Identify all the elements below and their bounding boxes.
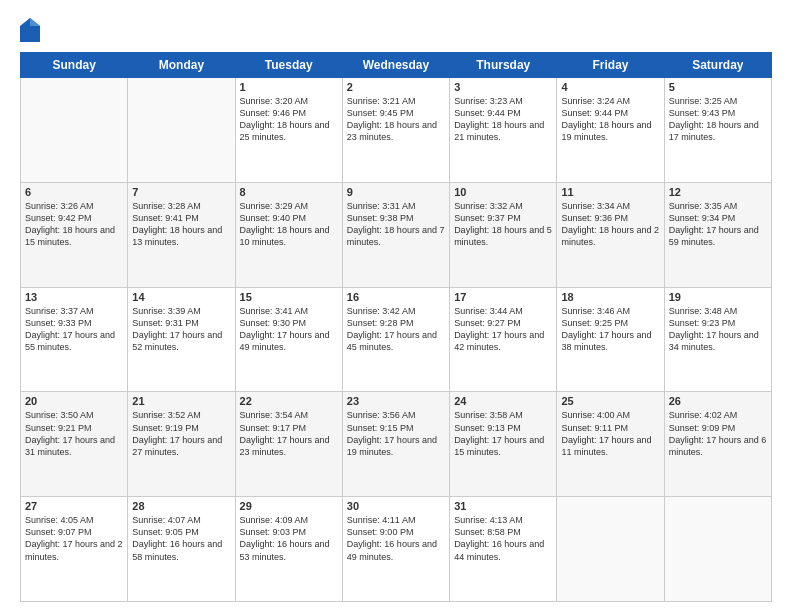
day-info: Sunrise: 3:42 AM Sunset: 9:28 PM Dayligh… — [347, 305, 445, 354]
day-number: 22 — [240, 395, 338, 407]
day-number: 15 — [240, 291, 338, 303]
day-number: 7 — [132, 186, 230, 198]
calendar-cell: 29Sunrise: 4:09 AM Sunset: 9:03 PM Dayli… — [235, 497, 342, 602]
day-number: 11 — [561, 186, 659, 198]
day-number: 30 — [347, 500, 445, 512]
day-number: 12 — [669, 186, 767, 198]
calendar-cell: 23Sunrise: 3:56 AM Sunset: 9:15 PM Dayli… — [342, 392, 449, 497]
day-number: 31 — [454, 500, 552, 512]
calendar-cell: 25Sunrise: 4:00 AM Sunset: 9:11 PM Dayli… — [557, 392, 664, 497]
calendar-cell: 6Sunrise: 3:26 AM Sunset: 9:42 PM Daylig… — [21, 182, 128, 287]
day-info: Sunrise: 3:23 AM Sunset: 9:44 PM Dayligh… — [454, 95, 552, 144]
day-info: Sunrise: 3:56 AM Sunset: 9:15 PM Dayligh… — [347, 409, 445, 458]
day-number: 10 — [454, 186, 552, 198]
calendar-cell: 26Sunrise: 4:02 AM Sunset: 9:09 PM Dayli… — [664, 392, 771, 497]
day-header-wednesday: Wednesday — [342, 53, 449, 78]
day-number: 9 — [347, 186, 445, 198]
day-number: 13 — [25, 291, 123, 303]
day-info: Sunrise: 4:05 AM Sunset: 9:07 PM Dayligh… — [25, 514, 123, 563]
calendar-cell — [664, 497, 771, 602]
day-info: Sunrise: 3:21 AM Sunset: 9:45 PM Dayligh… — [347, 95, 445, 144]
day-info: Sunrise: 3:41 AM Sunset: 9:30 PM Dayligh… — [240, 305, 338, 354]
day-number: 21 — [132, 395, 230, 407]
logo — [20, 18, 44, 42]
svg-marker-1 — [30, 18, 40, 26]
day-number: 6 — [25, 186, 123, 198]
calendar-cell: 3Sunrise: 3:23 AM Sunset: 9:44 PM Daylig… — [450, 78, 557, 183]
day-info: Sunrise: 3:50 AM Sunset: 9:21 PM Dayligh… — [25, 409, 123, 458]
calendar-cell: 28Sunrise: 4:07 AM Sunset: 9:05 PM Dayli… — [128, 497, 235, 602]
day-info: Sunrise: 3:24 AM Sunset: 9:44 PM Dayligh… — [561, 95, 659, 144]
calendar-cell: 16Sunrise: 3:42 AM Sunset: 9:28 PM Dayli… — [342, 287, 449, 392]
calendar-cell: 27Sunrise: 4:05 AM Sunset: 9:07 PM Dayli… — [21, 497, 128, 602]
calendar-cell: 22Sunrise: 3:54 AM Sunset: 9:17 PM Dayli… — [235, 392, 342, 497]
calendar-cell: 7Sunrise: 3:28 AM Sunset: 9:41 PM Daylig… — [128, 182, 235, 287]
calendar-cell: 17Sunrise: 3:44 AM Sunset: 9:27 PM Dayli… — [450, 287, 557, 392]
calendar-cell — [557, 497, 664, 602]
page: SundayMondayTuesdayWednesdayThursdayFrid… — [0, 0, 792, 612]
calendar-header-row: SundayMondayTuesdayWednesdayThursdayFrid… — [21, 53, 772, 78]
day-info: Sunrise: 3:35 AM Sunset: 9:34 PM Dayligh… — [669, 200, 767, 249]
logo-icon — [20, 18, 40, 42]
calendar-week-row: 20Sunrise: 3:50 AM Sunset: 9:21 PM Dayli… — [21, 392, 772, 497]
day-info: Sunrise: 4:02 AM Sunset: 9:09 PM Dayligh… — [669, 409, 767, 458]
day-number: 25 — [561, 395, 659, 407]
day-number: 5 — [669, 81, 767, 93]
day-number: 16 — [347, 291, 445, 303]
calendar-cell: 13Sunrise: 3:37 AM Sunset: 9:33 PM Dayli… — [21, 287, 128, 392]
day-number: 26 — [669, 395, 767, 407]
day-number: 3 — [454, 81, 552, 93]
calendar-cell: 21Sunrise: 3:52 AM Sunset: 9:19 PM Dayli… — [128, 392, 235, 497]
day-info: Sunrise: 3:44 AM Sunset: 9:27 PM Dayligh… — [454, 305, 552, 354]
calendar-cell — [21, 78, 128, 183]
calendar-cell: 30Sunrise: 4:11 AM Sunset: 9:00 PM Dayli… — [342, 497, 449, 602]
day-number: 17 — [454, 291, 552, 303]
day-header-saturday: Saturday — [664, 53, 771, 78]
calendar-cell: 15Sunrise: 3:41 AM Sunset: 9:30 PM Dayli… — [235, 287, 342, 392]
calendar-cell — [128, 78, 235, 183]
day-info: Sunrise: 3:28 AM Sunset: 9:41 PM Dayligh… — [132, 200, 230, 249]
calendar-week-row: 6Sunrise: 3:26 AM Sunset: 9:42 PM Daylig… — [21, 182, 772, 287]
calendar-cell: 4Sunrise: 3:24 AM Sunset: 9:44 PM Daylig… — [557, 78, 664, 183]
day-info: Sunrise: 3:26 AM Sunset: 9:42 PM Dayligh… — [25, 200, 123, 249]
day-info: Sunrise: 3:31 AM Sunset: 9:38 PM Dayligh… — [347, 200, 445, 249]
day-number: 29 — [240, 500, 338, 512]
day-info: Sunrise: 3:29 AM Sunset: 9:40 PM Dayligh… — [240, 200, 338, 249]
day-info: Sunrise: 3:25 AM Sunset: 9:43 PM Dayligh… — [669, 95, 767, 144]
calendar-week-row: 27Sunrise: 4:05 AM Sunset: 9:07 PM Dayli… — [21, 497, 772, 602]
calendar-cell: 8Sunrise: 3:29 AM Sunset: 9:40 PM Daylig… — [235, 182, 342, 287]
calendar-cell: 1Sunrise: 3:20 AM Sunset: 9:46 PM Daylig… — [235, 78, 342, 183]
calendar-week-row: 1Sunrise: 3:20 AM Sunset: 9:46 PM Daylig… — [21, 78, 772, 183]
day-info: Sunrise: 4:11 AM Sunset: 9:00 PM Dayligh… — [347, 514, 445, 563]
day-info: Sunrise: 4:00 AM Sunset: 9:11 PM Dayligh… — [561, 409, 659, 458]
day-number: 19 — [669, 291, 767, 303]
calendar-cell: 11Sunrise: 3:34 AM Sunset: 9:36 PM Dayli… — [557, 182, 664, 287]
day-info: Sunrise: 3:32 AM Sunset: 9:37 PM Dayligh… — [454, 200, 552, 249]
day-info: Sunrise: 3:58 AM Sunset: 9:13 PM Dayligh… — [454, 409, 552, 458]
day-number: 23 — [347, 395, 445, 407]
day-number: 2 — [347, 81, 445, 93]
day-info: Sunrise: 3:48 AM Sunset: 9:23 PM Dayligh… — [669, 305, 767, 354]
day-info: Sunrise: 3:54 AM Sunset: 9:17 PM Dayligh… — [240, 409, 338, 458]
day-number: 8 — [240, 186, 338, 198]
day-header-thursday: Thursday — [450, 53, 557, 78]
day-number: 18 — [561, 291, 659, 303]
calendar-cell: 5Sunrise: 3:25 AM Sunset: 9:43 PM Daylig… — [664, 78, 771, 183]
calendar-cell: 31Sunrise: 4:13 AM Sunset: 8:58 PM Dayli… — [450, 497, 557, 602]
calendar-week-row: 13Sunrise: 3:37 AM Sunset: 9:33 PM Dayli… — [21, 287, 772, 392]
calendar-cell: 24Sunrise: 3:58 AM Sunset: 9:13 PM Dayli… — [450, 392, 557, 497]
day-header-friday: Friday — [557, 53, 664, 78]
day-number: 1 — [240, 81, 338, 93]
calendar-cell: 19Sunrise: 3:48 AM Sunset: 9:23 PM Dayli… — [664, 287, 771, 392]
calendar-cell: 18Sunrise: 3:46 AM Sunset: 9:25 PM Dayli… — [557, 287, 664, 392]
day-info: Sunrise: 3:39 AM Sunset: 9:31 PM Dayligh… — [132, 305, 230, 354]
day-header-monday: Monday — [128, 53, 235, 78]
day-header-sunday: Sunday — [21, 53, 128, 78]
calendar-cell: 20Sunrise: 3:50 AM Sunset: 9:21 PM Dayli… — [21, 392, 128, 497]
day-info: Sunrise: 3:46 AM Sunset: 9:25 PM Dayligh… — [561, 305, 659, 354]
calendar-cell: 10Sunrise: 3:32 AM Sunset: 9:37 PM Dayli… — [450, 182, 557, 287]
day-number: 24 — [454, 395, 552, 407]
day-number: 4 — [561, 81, 659, 93]
calendar-cell: 14Sunrise: 3:39 AM Sunset: 9:31 PM Dayli… — [128, 287, 235, 392]
calendar-cell: 12Sunrise: 3:35 AM Sunset: 9:34 PM Dayli… — [664, 182, 771, 287]
